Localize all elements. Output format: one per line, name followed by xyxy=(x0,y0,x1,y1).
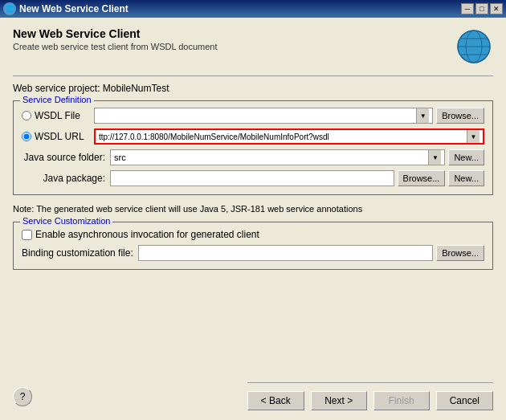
page-title: New Web Service Client xyxy=(13,27,218,40)
wsdl-url-row: WSDL URL ttp://127.0.0.1:8080/MobileNumS… xyxy=(22,128,484,145)
async-checkbox[interactable] xyxy=(22,230,32,240)
java-source-new-button[interactable]: New... xyxy=(448,149,484,165)
bottom-bar: ? < Back Next > Finish Cancel xyxy=(13,382,493,410)
async-checkbox-label[interactable]: Enable asynchronous invocation for gener… xyxy=(22,229,484,240)
header-divider xyxy=(13,75,493,76)
java-package-browse-button[interactable]: Browse... xyxy=(398,170,446,186)
binding-input[interactable] xyxy=(138,245,433,261)
help-button[interactable]: ? xyxy=(13,387,32,406)
project-value: MobileNumTest xyxy=(103,83,169,94)
project-label: Web service project: xyxy=(13,83,100,94)
close-button[interactable]: ✕ xyxy=(490,3,503,14)
header-section: New Web Service Client Create web servic… xyxy=(13,27,493,66)
java-source-label: Java source folder: xyxy=(22,152,110,163)
minimize-button[interactable]: ─ xyxy=(461,3,474,14)
binding-customization-row: Binding customization file: Browse... xyxy=(22,245,484,261)
java-package-new-button[interactable]: New... xyxy=(448,170,484,186)
java-package-input[interactable] xyxy=(110,170,394,186)
wsdl-file-label: WSDL File xyxy=(35,110,80,121)
title-bar: 🌐 New Web Service Client ─ □ ✕ xyxy=(0,0,506,18)
binding-label: Binding customization file: xyxy=(22,247,138,259)
wsdl-url-value: ttp://127.0.0.1:8080/MobileNumService/Mo… xyxy=(99,133,329,141)
finish-button[interactable]: Finish xyxy=(373,391,430,410)
page-subtitle: Create web service test client from WSDL… xyxy=(13,42,218,51)
wsdl-file-radio-label[interactable]: WSDL File xyxy=(22,110,94,121)
wsdl-url-radio[interactable] xyxy=(22,132,31,141)
navigation-buttons: < Back Next > Finish Cancel xyxy=(247,382,493,410)
binding-browse-button[interactable]: Browse... xyxy=(436,245,484,261)
java-source-value: src xyxy=(114,153,126,162)
wsdl-file-field: ▼ xyxy=(94,108,433,124)
globe-icon xyxy=(455,27,493,66)
cancel-button[interactable]: Cancel xyxy=(436,391,493,410)
wsdl-file-browse-button[interactable]: Browse... xyxy=(436,108,484,124)
title-bar-text: New Web Service Client xyxy=(19,3,129,14)
wsdl-url-field[interactable]: ttp://127.0.0.1:8080/MobileNumService/Mo… xyxy=(94,128,484,145)
wsdl-url-radio-label[interactable]: WSDL URL xyxy=(22,131,94,142)
window-body: New Web Service Client Create web servic… xyxy=(0,18,506,420)
maximize-button[interactable]: □ xyxy=(475,3,488,14)
project-line: Web service project: MobileNumTest xyxy=(13,83,493,94)
wsdl-url-dropdown-arrow[interactable]: ▼ xyxy=(467,129,479,144)
header-text: New Web Service Client Create web servic… xyxy=(13,27,218,51)
note-text: Note: The generated web service client w… xyxy=(13,203,493,215)
wsdl-file-dropdown-arrow[interactable]: ▼ xyxy=(416,108,429,123)
service-customization-group: Service Customization Enable asynchronou… xyxy=(13,222,493,270)
java-source-row: Java source folder: src ▼ New... xyxy=(22,149,484,165)
java-source-field[interactable]: src ▼ xyxy=(110,149,445,165)
wsdl-file-radio[interactable] xyxy=(22,111,31,120)
title-bar-left: 🌐 New Web Service Client xyxy=(3,2,129,15)
back-button[interactable]: < Back xyxy=(247,391,304,410)
next-button[interactable]: Next > xyxy=(311,391,367,410)
async-label: Enable asynchronous invocation for gener… xyxy=(35,229,259,240)
window-icon: 🌐 xyxy=(3,2,16,15)
title-bar-buttons: ─ □ ✕ xyxy=(461,3,503,14)
java-package-label: Java package: xyxy=(22,173,110,184)
service-customization-title: Service Customization xyxy=(20,216,112,226)
wsdl-file-row: WSDL File ▼ Browse... xyxy=(22,108,484,124)
service-definition-title: Service Definition xyxy=(20,95,94,104)
service-definition-group: Service Definition WSDL File ▼ Browse...… xyxy=(13,100,493,195)
java-package-row: Java package: Browse... New... xyxy=(22,170,484,186)
java-source-dropdown-arrow[interactable]: ▼ xyxy=(428,150,441,165)
wsdl-url-label: WSDL URL xyxy=(35,131,84,142)
